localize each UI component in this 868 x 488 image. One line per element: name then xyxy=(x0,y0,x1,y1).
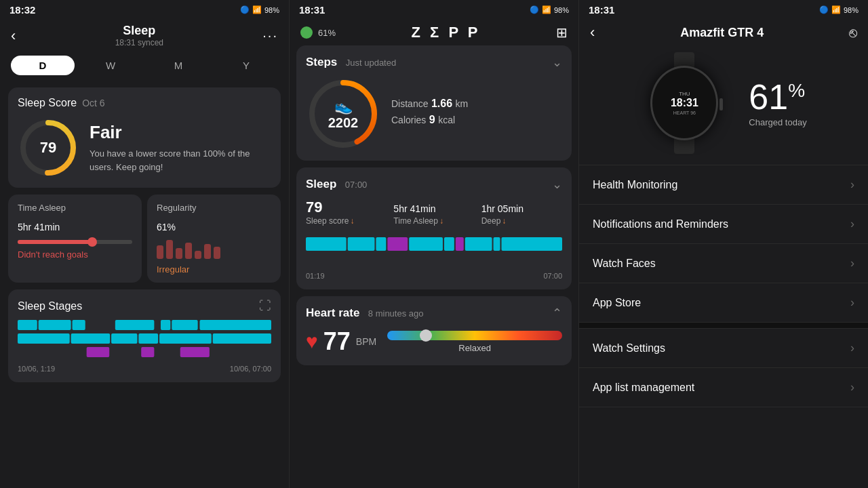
steps-updated: Just updated xyxy=(346,58,396,68)
hr-unit: hr xyxy=(23,222,34,232)
deep-arrow: ↓ xyxy=(502,216,506,226)
sleep-score-header: Sleep Score Oct 6 xyxy=(18,97,271,109)
menu-item-health-monitoring[interactable]: Health Monitoring › xyxy=(579,165,868,205)
svg-rect-5 xyxy=(115,320,155,330)
tab-month[interactable]: M xyxy=(146,56,210,75)
calories-label: Calories xyxy=(391,115,426,125)
deep-sleep-val: 1hr 05min xyxy=(481,199,562,216)
share-button[interactable]: ⎋ xyxy=(849,25,857,41)
amazfit-title: Amazfit GTR 4 xyxy=(680,26,764,40)
tab-day[interactable]: D xyxy=(11,56,75,75)
battery-p1: 98% xyxy=(264,6,279,14)
svg-rect-26 xyxy=(456,237,464,251)
stages-label: Sleep Stages xyxy=(18,300,82,312)
status-icons-p2: 🔵 📶 98% xyxy=(530,5,569,14)
regularity-value: 61% xyxy=(157,217,271,235)
menu-item-watch-faces[interactable]: Watch Faces › xyxy=(579,244,868,283)
svg-rect-16 xyxy=(141,347,154,357)
watch-image: THU 18:31 HEART 96 xyxy=(640,52,728,154)
menu-group-2: Watch Settings › App list management › xyxy=(579,328,868,407)
dot-4 xyxy=(185,243,192,259)
sleep-stages-card: Sleep Stages ⛶ xyxy=(8,289,281,382)
time-asleep-minutes: 41 xyxy=(34,222,45,232)
svg-rect-14 xyxy=(213,333,271,344)
watch-face-content: THU 18:31 HEART 96 xyxy=(671,91,698,115)
steps-expand-button[interactable]: ⌄ xyxy=(552,55,562,70)
hr-collapse-button[interactable]: ⌃ xyxy=(552,306,562,321)
tab-week[interactable]: W xyxy=(79,56,142,75)
sleep-score-label: Sleep Score xyxy=(18,97,77,109)
grid-icon[interactable]: ⊞ xyxy=(556,24,568,41)
hr-unit: BPM xyxy=(356,336,376,347)
stages-expand-button[interactable]: ⛶ xyxy=(259,299,271,313)
regularity-dots xyxy=(157,240,271,259)
signal-icon-p2: 📶 xyxy=(542,5,551,14)
progress-marker xyxy=(87,237,97,247)
svg-rect-10 xyxy=(71,333,111,344)
watch-day-label: THU xyxy=(671,91,698,97)
sleep-card-p2: Sleep 07:00 ⌄ 79 Sleep score ↓ 5hr 41min xyxy=(296,167,572,289)
signal-icon-p3: 📶 xyxy=(831,5,841,14)
menu-item-app-list[interactable]: App list management › xyxy=(579,368,868,407)
stages-date-end: 10/06, 07:00 xyxy=(230,365,271,373)
sleep-content: Sleep Score Oct 6 xyxy=(0,81,289,488)
steps-title: Steps xyxy=(306,56,337,68)
chevron-right-icon-2: › xyxy=(850,217,854,231)
sleep-stats-row: Time Asleep 5hr 41min Didn't reach goals… xyxy=(8,195,281,283)
svg-rect-2 xyxy=(18,320,37,330)
svg-rect-20 xyxy=(306,237,347,251)
sleep-score-info: Fair You have a lower score than 100% of… xyxy=(90,122,271,174)
hr-gauge-track xyxy=(387,331,562,340)
app-list-label: App list management xyxy=(593,382,694,394)
sleep-score-card: Sleep Score Oct 6 xyxy=(8,87,281,188)
stages-chart xyxy=(18,320,271,361)
sleep-score-date: Oct 6 xyxy=(82,98,104,108)
chevron-right-icon-4: › xyxy=(850,296,854,310)
tab-year[interactable]: Y xyxy=(214,56,278,75)
hr-status: Relaxed xyxy=(387,343,562,353)
zepp-content: Steps Just updated ⌄ xyxy=(290,45,578,488)
status-bar-p2: 18:31 🔵 📶 98% xyxy=(290,0,578,18)
progress-fill xyxy=(18,240,92,244)
back-button-p3[interactable]: ‹ xyxy=(590,24,595,41)
status-icons-p1: 🔵 📶 98% xyxy=(240,5,279,14)
menu-item-notifications[interactable]: Notifications and Reminders › xyxy=(579,205,868,244)
svg-rect-25 xyxy=(444,237,454,251)
zepp-panel: 18:31 🔵 📶 98% 61% Z Σ P P ⊞ Steps Just u… xyxy=(290,0,579,488)
status-bar-p3: 18:31 🔵 📶 98% xyxy=(579,0,868,18)
steps-body: 👟 2202 Distance 1.66 km Calories 9 kcal xyxy=(306,77,562,151)
svg-rect-22 xyxy=(376,237,386,251)
zepp-battery-pct: 61% xyxy=(318,28,336,38)
zepp-header: 61% Z Σ P P ⊞ xyxy=(290,18,578,45)
steps-stats: Distance 1.66 km Calories 9 kcal xyxy=(391,98,468,130)
steps-circle-text: 👟 2202 xyxy=(328,98,359,131)
regularity-sub: Irregular xyxy=(157,264,271,274)
sleep-score-value: 79 xyxy=(40,139,56,156)
steps-header: Steps Just updated ⌄ xyxy=(306,55,562,70)
watch-button xyxy=(719,98,723,110)
bluetooth-icon-p2: 🔵 xyxy=(530,5,539,14)
status-time-p3: 18:31 xyxy=(589,4,614,16)
menu-item-watch-settings[interactable]: Watch Settings › xyxy=(579,328,868,368)
svg-rect-21 xyxy=(348,237,375,251)
watch-faces-label: Watch Faces xyxy=(593,258,656,270)
battery-p2: 98% xyxy=(554,6,569,14)
dot-7 xyxy=(214,247,220,259)
time-asleep-hours: 5 xyxy=(18,222,23,232)
hr-gauge xyxy=(387,331,562,340)
back-button[interactable]: ‹ xyxy=(11,27,16,45)
chevron-right-icon-5: › xyxy=(850,341,854,355)
time-asleep-label-p2: Time Asleep ↓ xyxy=(393,216,474,226)
menu-item-app-store[interactable]: App Store › xyxy=(579,283,868,323)
regularity-label: Regularity xyxy=(157,203,271,213)
sleep-expand-button-p2[interactable]: ⌄ xyxy=(552,177,562,192)
time-asleep-sub: Didn't reach goals xyxy=(18,249,132,260)
zepp-dot xyxy=(300,26,313,39)
sleep-title-p2: Sleep xyxy=(306,178,336,190)
battery-percentage: 61% xyxy=(749,79,806,115)
chevron-right-icon-6: › xyxy=(850,380,854,394)
more-button[interactable]: ··· xyxy=(262,28,278,43)
score-value-wrap: 79 xyxy=(40,139,56,157)
bluetooth-icon: 🔵 xyxy=(240,5,250,14)
zepp-logo: Z Σ P P xyxy=(412,24,481,41)
